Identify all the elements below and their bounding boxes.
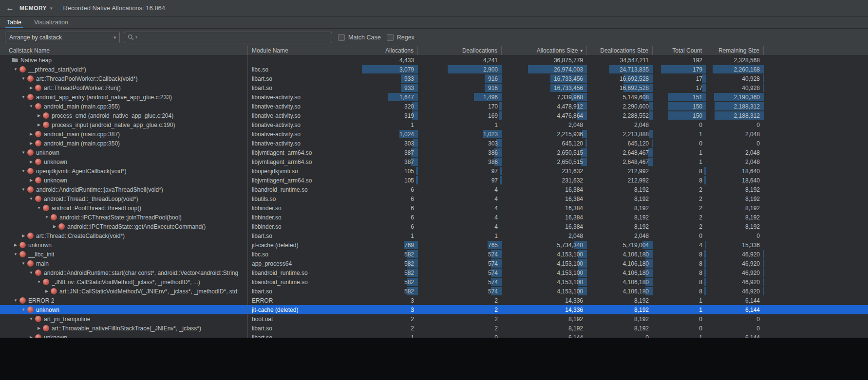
- column-header-label: Allocations: [385, 47, 414, 54]
- table-row[interactable]: ▶unknownlibjvmtiagent_arm64.so3873862,65…: [0, 157, 868, 166]
- expand-arrow-icon[interactable]: ▶: [35, 324, 43, 333]
- expand-arrow-icon[interactable]: ▶: [27, 157, 35, 166]
- expand-arrow-icon[interactable]: ▶: [27, 333, 35, 338]
- table-row[interactable]: ▶process_cmd (android_native_app_glue.c:…: [0, 111, 868, 120]
- expand-arrow-icon[interactable]: ▶: [27, 83, 35, 92]
- callstack-cell: ▼ERROR 2: [0, 296, 248, 305]
- table-row[interactable]: ▼unknownjit-cache (deleted)3214,3368,192…: [0, 305, 868, 314]
- table-row[interactable]: ▼android_main (main.cpp:355)libnative-ac…: [0, 102, 868, 111]
- collapse-arrow-icon[interactable]: ▼: [27, 314, 35, 324]
- expand-arrow-icon[interactable]: ▶: [27, 176, 35, 185]
- search-field[interactable]: ▾: [124, 32, 332, 43]
- expand-arrow-icon[interactable]: ▶: [19, 231, 27, 240]
- collapse-arrow-icon[interactable]: ▼: [43, 213, 51, 222]
- table-row[interactable]: ▼android::Thread::_threadLoop(void*)libu…: [0, 194, 868, 203]
- callstack-cell: ▶art::Thread::CreateCallback(void*): [0, 231, 248, 240]
- table-row[interactable]: ▼__libc_initlibc.so5825744,153,1004,106,…: [0, 250, 868, 259]
- table-row[interactable]: ▼android_app_entry (android_native_app_g…: [0, 92, 868, 102]
- column-header-remaining-size[interactable]: Remaining Size: [706, 46, 764, 55]
- column-header-total-count[interactable]: Total Count: [653, 46, 706, 55]
- collapse-arrow-icon[interactable]: ▼: [27, 102, 35, 111]
- collapse-arrow-icon[interactable]: ▼: [19, 166, 27, 176]
- cell-value: 8: [699, 279, 706, 286]
- deallocations-size-cell: 8,192: [587, 185, 653, 194]
- table-row[interactable]: ▶unknownlibart.so106,144016,144: [0, 333, 868, 338]
- allocations-size-cell: 4,153,100: [502, 287, 587, 296]
- back-button[interactable]: ←: [6, 3, 18, 13]
- search-options-caret-icon[interactable]: ▾: [135, 35, 137, 39]
- table-row[interactable]: ▼android::PoolThread::threadLoop()libbin…: [0, 203, 868, 213]
- collapse-arrow-icon[interactable]: ▼: [12, 65, 19, 74]
- collapse-arrow-icon[interactable]: ▼: [35, 277, 43, 287]
- regex-label[interactable]: Regex: [397, 34, 415, 41]
- match-case-label[interactable]: Match Case: [348, 34, 381, 41]
- search-input[interactable]: [139, 34, 328, 41]
- table-row[interactable]: ▶art::Throwable_nativeFillInStackTrace(_…: [0, 324, 868, 333]
- table-row[interactable]: ▼mainapp_process645825744,153,1004,106,1…: [0, 259, 868, 268]
- cell-value: 3: [411, 297, 418, 304]
- table-row[interactable]: ▼__pthread_start(void*)libc.so3,0792,900…: [0, 65, 868, 74]
- collapse-arrow-icon[interactable]: ▼: [27, 268, 35, 277]
- table-row[interactable]: ▼android::IPCThreadState::joinThreadPool…: [0, 213, 868, 222]
- table-row[interactable]: ▶unknownlibjvmtiagent_arm64.so10597231,6…: [0, 176, 868, 185]
- allocations-size-cell: 4,476,864: [502, 111, 587, 120]
- table-row[interactable]: ▼ERROR 2ERROR3214,3368,19216,144: [0, 296, 868, 305]
- collapse-arrow-icon[interactable]: ▼: [27, 194, 35, 203]
- column-header-allocations-size[interactable]: Allocations Size▾: [502, 46, 587, 55]
- expand-arrow-icon[interactable]: ▶: [27, 129, 35, 139]
- expand-arrow-icon[interactable]: ▶: [35, 111, 43, 120]
- deallocations-size-cell: 0: [587, 333, 653, 338]
- expand-arrow-icon[interactable]: ▶: [12, 240, 19, 250]
- bottom-strip: [0, 338, 868, 380]
- collapse-arrow-icon[interactable]: ▼: [19, 259, 27, 268]
- table-row[interactable]: ▶android_main (main.cpp:350)libnative-ac…: [0, 139, 868, 148]
- table-row[interactable]: ▶android_main (main.cpp:387)libnative-ac…: [0, 129, 868, 139]
- collapse-arrow-icon[interactable]: ▼: [19, 92, 27, 102]
- collapse-arrow-icon[interactable]: ▼: [19, 148, 27, 157]
- table-row[interactable]: ▼android::AndroidRuntime::javaThreadShel…: [0, 185, 868, 194]
- cell-value: 1,496: [483, 94, 502, 101]
- collapse-arrow-icon[interactable]: ▼: [19, 185, 27, 194]
- column-header-callstack-name[interactable]: Callstack Name: [0, 46, 248, 55]
- table-row[interactable]: ▶art::JNI::CallStaticVoidMethodV(_JNIEnv…: [0, 287, 868, 296]
- deallocations-size-cell: 16,692,528: [587, 74, 653, 83]
- table-row[interactable]: ▶art::Thread::CreateCallback(void*)libar…: [0, 231, 868, 240]
- column-header-deallocations[interactable]: Deallocations: [418, 46, 502, 55]
- table-row[interactable]: ▶unknownjit-cache (deleted)7697655,734,3…: [0, 240, 868, 250]
- table-row[interactable]: ▼android::AndroidRuntime::start(char con…: [0, 268, 868, 277]
- column-header-allocations[interactable]: Allocations: [332, 46, 418, 55]
- table-row[interactable]: ▼openjdkjvmti::AgentCallback(void*)libop…: [0, 166, 868, 176]
- arrange-by-dropdown[interactable]: Arrange by callstack ▾: [5, 32, 120, 43]
- column-header-module-name[interactable]: Module Name: [248, 46, 332, 55]
- collapse-arrow-icon[interactable]: ▼: [35, 203, 43, 213]
- table-row[interactable]: ▶android::IPCThreadState::getAndExecuteC…: [0, 222, 868, 231]
- regex-checkbox[interactable]: [387, 34, 394, 41]
- match-case-checkbox[interactable]: [338, 34, 345, 41]
- table-row[interactable]: ▼_JNIEnv::CallStaticVoidMethod(_jclass*,…: [0, 277, 868, 287]
- memory-session-dropdown[interactable]: MEMORY ▾: [19, 5, 53, 12]
- expand-arrow-icon[interactable]: ▶: [35, 120, 43, 129]
- collapse-arrow-icon[interactable]: ▼: [12, 250, 19, 259]
- table-row[interactable]: ▶process_input (android_native_app_glue.…: [0, 120, 868, 129]
- allocations-size-cell: 16,384: [502, 222, 587, 231]
- tab-table[interactable]: Table: [7, 17, 21, 28]
- cell-value: 387: [404, 159, 418, 165]
- allocations-size-cell: 5,734,340: [502, 240, 587, 250]
- table-row[interactable]: Native heap4,4334,24136,875,77934,547,21…: [0, 55, 868, 65]
- tab-visualization[interactable]: Visualization: [34, 17, 68, 28]
- callstack-name: android::IPCThreadState::getAndExecuteCo…: [67, 223, 206, 230]
- table-row[interactable]: ▼art::ThreadPoolWorker::Callback(void*)l…: [0, 74, 868, 83]
- collapse-arrow-icon[interactable]: ▼: [12, 296, 19, 305]
- collapse-arrow-icon[interactable]: ▼: [19, 305, 27, 314]
- column-header-deallocations-size[interactable]: Deallocations Size: [587, 46, 653, 55]
- expand-arrow-icon[interactable]: ▶: [43, 287, 51, 296]
- collapse-arrow-icon[interactable]: ▼: [19, 74, 27, 83]
- table-row[interactable]: ▼unknownlibjvmtiagent_arm64.so3873862,65…: [0, 148, 868, 157]
- cell-value: 4,153,100: [557, 288, 587, 295]
- deallocations-cell: 2: [418, 324, 502, 333]
- allocations-cell: 320: [332, 102, 418, 111]
- expand-arrow-icon[interactable]: ▶: [51, 222, 58, 231]
- expand-arrow-icon[interactable]: ▶: [27, 139, 35, 148]
- table-row[interactable]: ▼art_jni_trampolineboot.oat228,1928,1920…: [0, 314, 868, 324]
- table-row[interactable]: ▶art::ThreadPoolWorker::Run()libart.so93…: [0, 83, 868, 92]
